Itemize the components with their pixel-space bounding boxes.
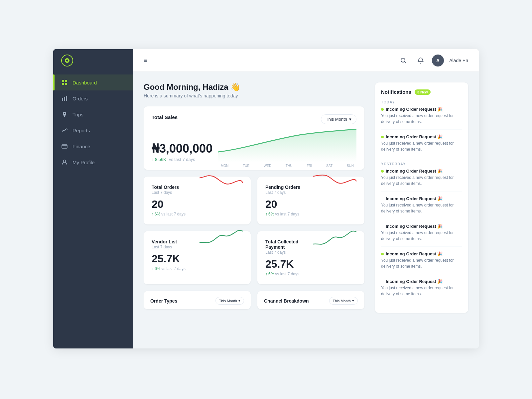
search-button[interactable] — [397, 55, 409, 66]
svg-rect-1 — [65, 80, 67, 82]
orders-mini-chart — [200, 171, 243, 193]
notif-item: Incoming Order Request 🎉 You just receiv… — [381, 251, 462, 274]
main-content: Good Morning, Hadiza 👋 Here is a summary… — [144, 82, 367, 348]
trend-icon — [61, 127, 68, 134]
grid-icon — [61, 79, 68, 86]
sidebar-item-label: Reports — [72, 128, 90, 133]
page-greeting: Good Morning, Hadiza 👋 — [144, 82, 364, 92]
stat-title: Pending Orders — [265, 185, 300, 190]
svg-rect-2 — [62, 83, 64, 85]
page-subtitle: Here is a summary of what's happening to… — [144, 93, 364, 98]
chart-day-sat: SAT — [326, 164, 332, 168]
sidebar-item-profile[interactable]: My Profile — [53, 154, 133, 170]
notif-unread-dot — [381, 170, 384, 173]
sidebar-item-finance[interactable]: Finance — [53, 138, 133, 154]
stat-change: ↑ 6% vs last 7 days — [265, 212, 300, 216]
notifications-badge: 3 New — [415, 89, 431, 95]
chart-day-fri: FRI — [307, 164, 312, 168]
svg-point-9 — [64, 160, 66, 162]
sidebar-item-label: Orders — [72, 96, 88, 101]
channel-breakdown-card: Channel Breakdown This Month ▾ — [257, 291, 364, 309]
up-arrow-icon: ↑ — [152, 157, 154, 162]
chart-day-sun: SUN — [347, 164, 354, 168]
stat-change: ↑ 6% vs last 7 days — [265, 272, 313, 276]
notif-item: Incoming Order Request 🎉 You just receiv… — [381, 107, 462, 130]
bottom-cards-row: Order Types This Month ▾ Channel Breakdo… — [144, 291, 364, 309]
up-arrow-icon: ↑ — [152, 266, 154, 271]
sidebar-nav: Dashboard Orders — [53, 72, 133, 348]
notif-unread-dot — [381, 253, 384, 255]
notif-unread-dot — [381, 108, 384, 111]
chart-day-wed: WED — [264, 164, 271, 168]
wallet-icon — [61, 143, 68, 150]
stat-value: 25.7K — [152, 253, 186, 265]
main-area: ≡ A Alade En Good Morning, Hadiza — [133, 49, 479, 348]
sales-change: ↑ 8.56K vs last 7 days — [152, 157, 218, 162]
notif-read-dot — [381, 225, 384, 228]
notif-read-dot — [381, 198, 384, 200]
notifications-bell-button[interactable] — [415, 55, 427, 66]
sidebar-item-label: Dashboard — [72, 80, 97, 85]
stat-cards-grid: Total Orders Last 7 days 20 ↑ 6% vs last… — [144, 177, 364, 284]
total-sales-card: Total Sales This Month ▾ ₦3,000,000 ↑ 8 — [144, 106, 364, 170]
sidebar-item-dashboard[interactable]: Dashboard — [53, 74, 133, 90]
total-sales-label: Total Sales — [152, 114, 178, 120]
chevron-down-icon: ▾ — [352, 299, 354, 303]
order-types-card: Order Types This Month ▾ — [144, 291, 251, 309]
sales-amount: ₦3,000,000 — [152, 142, 218, 156]
bar-chart-icon — [61, 95, 68, 102]
up-arrow-icon: ↑ — [265, 272, 267, 276]
notif-item: Incoming Order Request 🎉 You just receiv… — [381, 279, 462, 302]
notif-item: Incoming Order Request 🎉 You just receiv… — [381, 169, 462, 192]
up-arrow-icon: ↑ — [265, 212, 267, 216]
stat-subtitle: Last 7 days — [152, 190, 186, 195]
channel-breakdown-title: Channel Breakdown — [264, 298, 309, 304]
sidebar-item-orders[interactable]: Orders — [53, 90, 133, 106]
notifications-title: Notifications — [381, 89, 411, 95]
notif-section-today: TODAY — [381, 100, 462, 104]
notif-item: Incoming Order Request 🎉 You just receiv… — [381, 196, 462, 219]
sidebar-item-trips[interactable]: Trips — [53, 106, 133, 122]
svg-rect-7 — [62, 145, 67, 148]
stat-value: 25.7K — [265, 258, 313, 270]
sidebar-item-label: My Profile — [72, 160, 95, 165]
order-types-title: Order Types — [150, 298, 177, 304]
chart-day-tue: TUE — [243, 164, 249, 168]
channel-period-button[interactable]: This Month ▾ — [329, 297, 358, 305]
content-area: Good Morning, Hadiza 👋 Here is a summary… — [133, 72, 479, 348]
total-orders-card: Total Orders Last 7 days 20 ↑ 6% vs last… — [144, 177, 251, 224]
order-types-period-button[interactable]: This Month ▾ — [215, 297, 244, 305]
menu-icon[interactable]: ≡ — [144, 57, 148, 64]
notifications-panel: Notifications 3 New TODAY Incoming Order… — [375, 82, 468, 313]
total-payment-card: Total Collected Payment Last 7 days 25.7… — [257, 231, 364, 284]
svg-rect-3 — [65, 83, 67, 85]
notif-item: Incoming Order Request 🎉 You just receiv… — [381, 224, 462, 247]
chart-day-mon: MON — [221, 164, 228, 168]
stat-subtitle: Last 7 days — [265, 250, 313, 255]
stat-subtitle: Last 7 days — [152, 245, 186, 249]
logo-icon — [61, 55, 73, 66]
chevron-down-icon: ▾ — [349, 117, 351, 122]
stat-title: Total Orders — [152, 185, 186, 190]
stat-change: ↑ 6% vs last 7 days — [152, 266, 186, 271]
svg-rect-0 — [62, 80, 64, 82]
chevron-down-icon: ▾ — [238, 299, 240, 303]
payment-mini-chart — [313, 226, 356, 250]
this-month-button[interactable]: This Month ▾ — [321, 114, 356, 124]
stat-subtitle: Last 7 days — [265, 190, 300, 195]
sidebar: Dashboard Orders — [53, 49, 133, 348]
sales-chart — [218, 125, 356, 162]
chart-day-thu: THU — [286, 164, 293, 168]
up-arrow-icon: ↑ — [152, 212, 154, 216]
vendor-mini-chart — [200, 226, 243, 250]
notif-item: Incoming Order Request 🎉 You just receiv… — [381, 134, 462, 157]
svg-rect-4 — [62, 98, 63, 101]
sidebar-item-reports[interactable]: Reports — [53, 122, 133, 138]
svg-rect-5 — [64, 97, 65, 101]
pending-mini-chart — [313, 171, 356, 193]
person-icon — [61, 159, 68, 166]
stat-value: 20 — [265, 198, 300, 210]
sidebar-item-label: Finance — [72, 144, 90, 149]
svg-point-8 — [66, 147, 66, 148]
stat-title: Total Collected Payment — [265, 239, 313, 250]
